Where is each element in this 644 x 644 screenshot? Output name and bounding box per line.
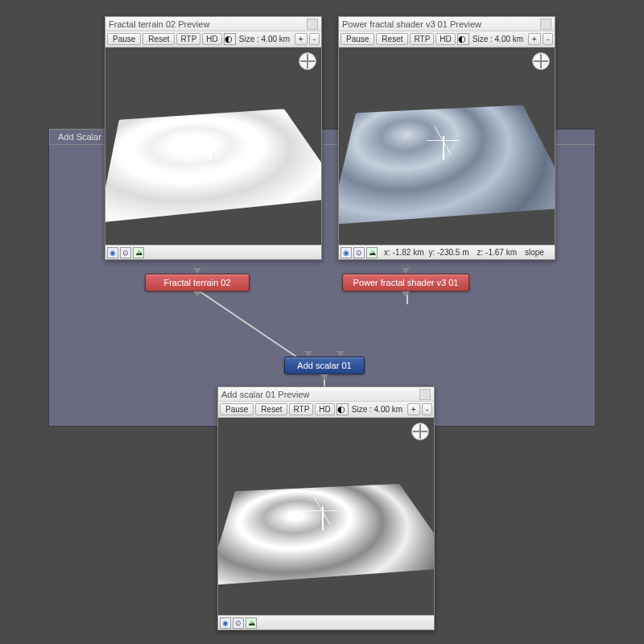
terrain-mesh: [105, 109, 321, 222]
preview-window-power-fractal[interactable]: Power fractal shader v3 01 Preview Pause…: [338, 16, 555, 260]
size-minus-button[interactable]: -: [422, 403, 432, 415]
preview-window-add-scalar[interactable]: Add scalar 01 Preview Pause Reset RTP HD…: [217, 386, 435, 630]
slope-label: slope: [525, 248, 544, 257]
target-icon[interactable]: ⊙: [353, 247, 365, 258]
reset-button[interactable]: Reset: [376, 33, 408, 45]
compass-icon[interactable]: [411, 423, 429, 440]
window-title: Power fractal shader v3 01 Preview: [342, 19, 481, 29]
preview-toolbar: Pause Reset RTP HD ◐ Size : 4.00 km + -: [105, 31, 321, 47]
preview-statusbar: ◉ ⊙ ⛰: [218, 615, 434, 630]
close-icon[interactable]: [307, 19, 318, 30]
eye-icon[interactable]: ◉: [341, 247, 352, 258]
coord-z: z: -1.67 km: [477, 248, 517, 257]
rtp-button[interactable]: RTP: [410, 33, 434, 45]
preview-toolbar: Pause Reset RTP HD ◐ Size : 4.00 km + -: [218, 402, 434, 418]
terrain-mesh: [218, 484, 434, 585]
camera-gizmo: [209, 136, 211, 160]
toggle-icon[interactable]: ◐: [457, 33, 469, 45]
coord-y: y: -230.5 m: [428, 248, 469, 257]
terrain-icon[interactable]: ⛰: [366, 247, 378, 258]
target-icon[interactable]: ⊙: [120, 247, 131, 258]
eye-icon[interactable]: ◉: [107, 247, 118, 258]
reset-button[interactable]: Reset: [255, 403, 287, 415]
hd-button[interactable]: HD: [315, 403, 334, 415]
window-title: Fractal terrain 02 Preview: [109, 19, 209, 29]
toggle-icon[interactable]: ◐: [336, 403, 349, 415]
pause-button[interactable]: Pause: [220, 403, 254, 415]
size-label: Size : 4.00 km: [352, 405, 406, 414]
window-title: Add scalar 01 Preview: [221, 390, 309, 399]
coord-x: x: -1.82 km: [384, 248, 423, 257]
size-minus-button[interactable]: -: [543, 33, 553, 45]
tab-add-scalar[interactable]: Add Scalar: [49, 129, 110, 144]
size-plus-button[interactable]: +: [295, 33, 308, 45]
window-titlebar[interactable]: Fractal terrain 02 Preview: [105, 17, 321, 31]
node-label: Add scalar 01: [297, 361, 351, 370]
node-add-scalar[interactable]: Add scalar 01: [284, 357, 365, 374]
hd-button[interactable]: HD: [436, 33, 455, 45]
target-icon[interactable]: ⊙: [233, 617, 244, 629]
preview-window-fractal-terrain[interactable]: Fractal terrain 02 Preview Pause Reset R…: [105, 16, 322, 260]
terrain-icon[interactable]: ⛰: [246, 617, 257, 629]
compass-icon[interactable]: [299, 52, 316, 70]
preview-viewport[interactable]: [105, 47, 321, 245]
terrain-icon[interactable]: ⛰: [133, 247, 144, 258]
node-label: Fractal terrain 02: [163, 278, 230, 287]
preview-statusbar: ◉ ⊙ ⛰ x: -1.82 km y: -230.5 m z: -1.67 k…: [339, 245, 555, 259]
pause-button[interactable]: Pause: [107, 33, 141, 45]
hd-button[interactable]: HD: [202, 33, 221, 45]
size-plus-button[interactable]: +: [528, 33, 541, 45]
close-icon[interactable]: [540, 19, 551, 30]
preview-statusbar: ◉ ⊙ ⛰: [105, 245, 321, 259]
size-label: Size : 4.00 km: [473, 35, 526, 43]
preview-viewport[interactable]: [339, 47, 555, 245]
preview-viewport[interactable]: [218, 418, 434, 615]
size-minus-button[interactable]: -: [309, 33, 320, 45]
window-titlebar[interactable]: Add scalar 01 Preview: [218, 387, 434, 402]
eye-icon[interactable]: ◉: [220, 617, 231, 629]
size-plus-button[interactable]: +: [407, 403, 420, 415]
rtp-button[interactable]: RTP: [289, 403, 313, 415]
reset-button[interactable]: Reset: [142, 33, 175, 45]
compass-icon[interactable]: [532, 52, 550, 70]
rtp-button[interactable]: RTP: [176, 33, 200, 45]
camera-gizmo: [322, 506, 324, 530]
window-titlebar[interactable]: Power fractal shader v3 01 Preview: [339, 17, 555, 31]
terrain-mesh: [339, 105, 555, 225]
node-fractal-terrain[interactable]: Fractal terrain 02: [145, 274, 250, 291]
toggle-icon[interactable]: ◐: [224, 33, 236, 45]
close-icon[interactable]: [419, 389, 431, 400]
preview-toolbar: Pause Reset RTP HD ◐ Size : 4.00 km + -: [339, 31, 555, 47]
pause-button[interactable]: Pause: [341, 33, 374, 45]
node-power-fractal[interactable]: Power fractal shader v3 01: [342, 274, 469, 291]
size-label: Size : 4.00 km: [239, 35, 293, 43]
node-label: Power fractal shader v3 01: [353, 278, 459, 287]
camera-gizmo: [443, 136, 444, 160]
